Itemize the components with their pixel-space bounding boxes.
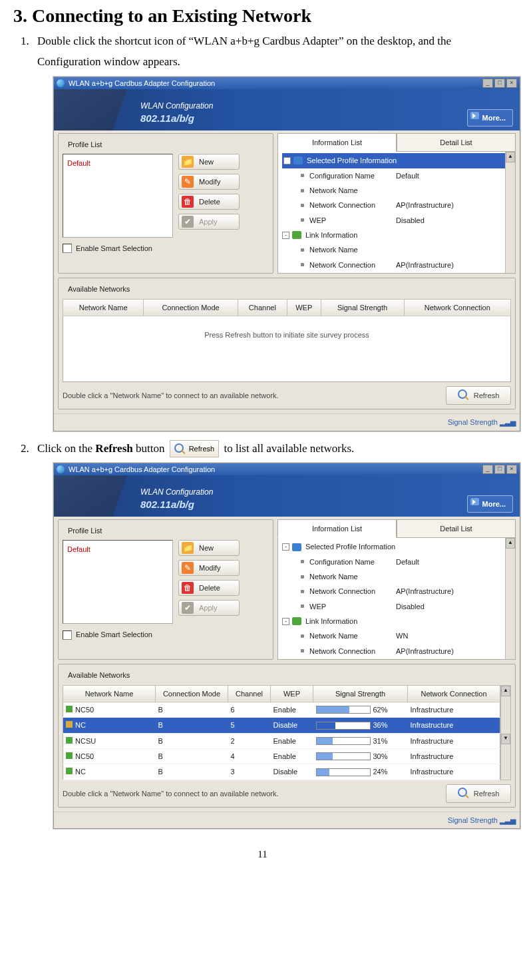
window-buttons: _ □ × bbox=[482, 465, 517, 474]
col-signal-strength[interactable]: Signal Strength bbox=[313, 685, 408, 702]
tree-row: WEPDisabled bbox=[301, 599, 514, 614]
refresh-label: Refresh bbox=[474, 787, 500, 800]
scroll-down-icon[interactable]: ▼ bbox=[501, 734, 510, 744]
delete-button[interactable]: 🗑Delete bbox=[178, 580, 240, 596]
col-wep[interactable]: WEP bbox=[287, 299, 321, 316]
inline-refresh-label: Refresh bbox=[189, 442, 215, 455]
new-button[interactable]: 📁New bbox=[178, 540, 240, 556]
grid-scrollbar[interactable]: ▲ ▼ bbox=[500, 685, 511, 780]
col-connection-mode[interactable]: Connection Mode bbox=[156, 685, 228, 702]
scroll-up-icon[interactable]: ▲ bbox=[506, 152, 515, 162]
col-connection-mode[interactable]: Connection Mode bbox=[144, 299, 238, 316]
tab-detail-list[interactable]: Detail List bbox=[397, 519, 516, 538]
smart-selection-checkbox[interactable]: Enable Smart Selection bbox=[63, 242, 269, 255]
delete-button[interactable]: 🗑Delete bbox=[178, 194, 240, 210]
table-row[interactable]: NC B 3 Disable 24% Infrastructure bbox=[63, 764, 500, 780]
profile-listbox[interactable]: Default bbox=[63, 154, 173, 238]
smart-selection-label: Enable Smart Selection bbox=[76, 628, 152, 641]
cell-wep: Enable bbox=[271, 702, 313, 718]
new-button[interactable]: 📁New bbox=[178, 154, 240, 170]
tree-header-profile-label: Selected Profile Information bbox=[307, 154, 397, 167]
collapse-icon[interactable]: - bbox=[282, 543, 289, 551]
col-network-name[interactable]: Network Name bbox=[63, 299, 144, 316]
cell-conn: Infrastructure bbox=[408, 764, 500, 780]
tree-row: Network Name bbox=[301, 242, 514, 257]
maximize-button[interactable]: □ bbox=[494, 465, 505, 474]
col-wep[interactable]: WEP bbox=[271, 685, 313, 702]
tree-val: Default bbox=[396, 169, 419, 182]
col-channel[interactable]: Channel bbox=[238, 299, 287, 316]
scroll-up-icon[interactable]: ▲ bbox=[506, 538, 515, 549]
banner-line2: 802.11a/b/g bbox=[140, 109, 194, 128]
info-panel: Information List Detail List -Selected P… bbox=[277, 133, 516, 274]
networks-table: Network Name Connection Mode Channel WEP… bbox=[63, 299, 511, 316]
table-row[interactable]: NC50 B 6 Enable 62% Infrastructure bbox=[63, 702, 500, 718]
scroll-up-icon[interactable]: ▲ bbox=[501, 686, 510, 696]
tree-row: Configuration NameDefault bbox=[301, 168, 514, 183]
close-button[interactable]: × bbox=[506, 465, 517, 474]
modify-label: Modify bbox=[199, 561, 220, 575]
scrollbar[interactable]: ▲ bbox=[505, 152, 515, 273]
smart-selection-checkbox[interactable]: Enable Smart Selection bbox=[63, 628, 269, 641]
checkbox-icon bbox=[63, 630, 72, 640]
tab-information-list[interactable]: Information List bbox=[277, 519, 397, 538]
trash-icon: 🗑 bbox=[182, 196, 194, 208]
tree-val: AP(Infrastructure) bbox=[396, 198, 454, 212]
tree-val: Default bbox=[396, 555, 419, 569]
scrollbar[interactable]: ▲ bbox=[505, 538, 515, 659]
edit-icon: ✎ bbox=[182, 176, 194, 188]
cell-wep: Disable bbox=[271, 718, 313, 733]
tree-row: Configuration NameDefault bbox=[301, 555, 514, 569]
banner: WLAN Configuration 802.11a/b/g More... bbox=[54, 475, 520, 517]
refresh-button[interactable]: Refresh bbox=[446, 784, 511, 803]
network-icon bbox=[66, 752, 73, 759]
col-network-name[interactable]: Network Name bbox=[63, 685, 156, 702]
profile-item-default[interactable]: Default bbox=[65, 156, 171, 170]
tree-row: WEPDisabled bbox=[301, 213, 514, 228]
more-button[interactable]: More... bbox=[467, 109, 513, 126]
trash-icon: 🗑 bbox=[182, 582, 194, 594]
more-label: More... bbox=[482, 500, 506, 508]
tree-row: Network Name bbox=[301, 569, 514, 584]
cell-wep: Enable bbox=[271, 749, 313, 764]
col-channel[interactable]: Channel bbox=[228, 685, 271, 702]
cell-conn: Infrastructure bbox=[408, 718, 500, 733]
bullet-icon bbox=[301, 218, 304, 222]
close-button[interactable]: × bbox=[506, 79, 517, 88]
maximize-button[interactable]: □ bbox=[494, 79, 505, 88]
col-signal-strength[interactable]: Signal Strength bbox=[321, 299, 404, 316]
collapse-icon[interactable]: - bbox=[282, 618, 289, 625]
app-icon bbox=[57, 465, 65, 473]
minimize-button[interactable]: _ bbox=[482, 465, 493, 474]
profile-icon bbox=[293, 156, 303, 164]
modify-button[interactable]: ✎Modify bbox=[178, 560, 240, 576]
banner-line2: 802.11a/b/g bbox=[140, 495, 194, 514]
status-label: Signal Strength bbox=[448, 418, 498, 426]
tree-key: Network Name bbox=[309, 184, 396, 197]
tree-key: Network Connection bbox=[309, 644, 396, 658]
minimize-button[interactable]: _ bbox=[482, 79, 493, 88]
collapse-icon[interactable]: - bbox=[283, 157, 291, 164]
profile-item-default[interactable]: Default bbox=[65, 542, 171, 557]
col-network-connection[interactable]: Network Connection bbox=[408, 685, 500, 702]
refresh-label: Refresh bbox=[474, 389, 500, 402]
window-titlebar: WLAN a+b+g Cardbus Adapter Configuration… bbox=[54, 463, 520, 475]
tab-detail-list[interactable]: Detail List bbox=[397, 133, 516, 152]
modify-button[interactable]: ✎Modify bbox=[178, 174, 240, 190]
table-row[interactable]: NC50 B 4 Enable 30% Infrastructure bbox=[63, 749, 500, 764]
table-row-selected[interactable]: NC B 5 Disable 36% Infrastructure bbox=[63, 718, 500, 733]
page-number: 11 bbox=[13, 849, 512, 860]
tab-information-list[interactable]: Information List bbox=[277, 133, 397, 152]
profile-listbox[interactable]: Default bbox=[63, 540, 173, 624]
screenshot-2: WLAN a+b+g Cardbus Adapter Configuration… bbox=[53, 463, 520, 829]
more-button[interactable]: More... bbox=[467, 495, 513, 513]
more-label: More... bbox=[482, 114, 506, 122]
profile-list-group: Profile List Default 📁New ✎Modify 🗑Delet… bbox=[58, 519, 273, 660]
collapse-icon[interactable]: - bbox=[282, 232, 289, 239]
double-click-hint: Double click a "Network Name" to connect… bbox=[63, 787, 279, 800]
table-row[interactable]: NCSU B 2 Enable 31% Infrastructure bbox=[63, 733, 500, 748]
refresh-button[interactable]: Refresh bbox=[446, 386, 511, 405]
info-tree: -Selected Profile Information Configurat… bbox=[277, 152, 516, 274]
status-label: Signal Strength bbox=[448, 816, 498, 824]
col-network-connection[interactable]: Network Connection bbox=[404, 299, 510, 316]
